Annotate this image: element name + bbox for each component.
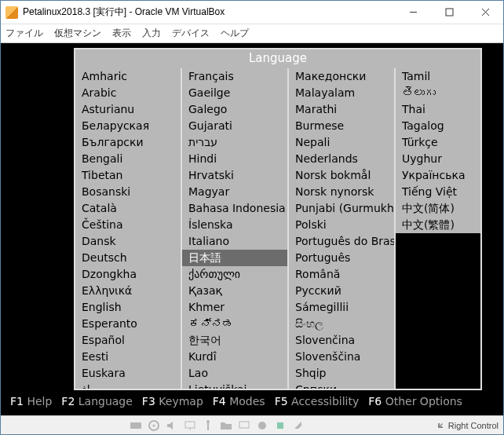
fkey-f6[interactable]: F6 Other Options [368, 395, 462, 411]
language-option[interactable]: Lao [182, 365, 287, 382]
language-option[interactable]: Italiano [182, 233, 287, 250]
language-option[interactable]: Tiếng Việt [396, 184, 480, 200]
language-option[interactable]: Nepali [289, 134, 394, 151]
language-option[interactable]: Norsk nynorsk [289, 184, 394, 200]
recording-icon [256, 419, 268, 432]
shared-folder-icon [220, 419, 232, 432]
language-option[interactable]: Hindi [182, 151, 287, 167]
language-option[interactable]: Arabic [75, 85, 181, 101]
language-option[interactable]: Български [75, 134, 181, 151]
language-option[interactable]: Català [75, 200, 181, 217]
language-option[interactable]: Tamil [396, 68, 480, 85]
fkey-f5[interactable]: F5 Accessibility [275, 395, 360, 411]
fkey-f1[interactable]: F1 Help [10, 395, 52, 411]
language-option[interactable]: Lietuviškai [182, 382, 287, 389]
language-option[interactable]: Tibetan [75, 167, 181, 184]
mouse-icon [292, 419, 305, 432]
usb-icon [202, 419, 214, 432]
language-option[interactable]: Galego [182, 101, 287, 118]
language-option[interactable]: ქართული [182, 266, 287, 283]
menu-input[interactable]: 入力 [142, 27, 161, 40]
language-option[interactable]: Uyghur [396, 151, 480, 167]
language-option[interactable]: Esperanto [75, 316, 181, 332]
language-option[interactable]: Burmese [289, 118, 394, 134]
language-option[interactable]: 日本語 [182, 250, 287, 266]
menu-file[interactable]: ファイル [5, 27, 43, 40]
language-option[interactable]: Bengali [75, 151, 181, 167]
vm-window: Petalinux2018.3 [実行中] - Oracle VM Virtua… [0, 0, 504, 435]
language-option[interactable]: Slovenčina [289, 332, 394, 349]
language-option[interactable]: Español [75, 332, 181, 349]
language-option[interactable]: Asturianu [75, 101, 181, 118]
menu-help[interactable]: ヘルプ [221, 27, 249, 40]
language-option[interactable]: ﻰﺳﺭﺎﻓ [75, 382, 181, 389]
fkey-f4[interactable]: F4 Modes [213, 395, 265, 411]
language-option[interactable]: Bosanski [75, 184, 181, 200]
language-option[interactable]: Marathi [289, 101, 394, 118]
language-option[interactable]: Malayalam [289, 85, 394, 101]
language-option[interactable]: Gujarati [182, 118, 287, 134]
fkey-f2[interactable]: F2 Language [61, 395, 133, 411]
language-option[interactable]: Русский [289, 283, 394, 299]
language-option[interactable]: Norsk bokmål [289, 167, 394, 184]
menu-view[interactable]: 表示 [112, 27, 131, 40]
language-option[interactable]: Српски [289, 382, 394, 389]
language-option[interactable]: עברית [182, 134, 287, 151]
language-option[interactable]: Euskara [75, 365, 181, 382]
cpu-icon [274, 419, 287, 432]
language-option[interactable]: Română [289, 266, 394, 283]
language-option[interactable]: Français [182, 68, 287, 85]
language-option[interactable]: తెలుగు [396, 85, 480, 101]
language-option[interactable]: Hrvatski [182, 167, 287, 184]
language-option[interactable]: Ελληνικά [75, 283, 181, 299]
language-option[interactable]: Қазақ [182, 283, 287, 299]
language-option[interactable]: Gaeilge [182, 85, 287, 101]
menu-devices[interactable]: デバイス [172, 27, 210, 40]
menubar: ファイル 仮想マシン 表示 入力 デバイス ヘルプ [1, 24, 503, 43]
language-option[interactable]: Bahasa Indonesia [182, 200, 287, 217]
language-option[interactable]: 中文(简体) [396, 200, 480, 217]
audio-icon [166, 419, 178, 432]
language-option[interactable]: Sámegillii [289, 299, 394, 316]
language-option[interactable]: Amharic [75, 68, 181, 85]
minimize-button[interactable] [395, 1, 431, 24]
language-option[interactable]: 한국어 [182, 332, 287, 349]
language-option[interactable]: Português [289, 250, 394, 266]
menu-machine[interactable]: 仮想マシン [54, 27, 101, 40]
svg-rect-11 [239, 422, 249, 428]
language-option[interactable]: Dansk [75, 233, 181, 250]
display-icon [238, 419, 250, 432]
language-option[interactable]: Polski [289, 217, 394, 233]
language-option[interactable]: Türkçe [396, 134, 480, 151]
language-option[interactable]: Khmer [182, 299, 287, 316]
fkey-f3[interactable]: F3 Keymap [142, 395, 203, 411]
language-option[interactable]: Tagalog [396, 118, 480, 134]
language-option[interactable]: Shqip [289, 365, 394, 382]
close-button[interactable] [467, 1, 503, 24]
language-option[interactable]: Thai [396, 101, 480, 118]
language-option[interactable]: Deutsch [75, 250, 181, 266]
language-option[interactable]: ಕನ್ನಡ [182, 316, 287, 332]
language-option[interactable]: Čeština [75, 217, 181, 233]
svg-rect-1 [446, 9, 453, 16]
language-option[interactable]: Беларуская [75, 118, 181, 134]
language-option[interactable]: සිංහල [289, 316, 394, 332]
language-option[interactable]: Punjabi (Gurmukhi) [289, 200, 394, 217]
language-option[interactable]: Português do Brasil [289, 233, 394, 250]
svg-rect-4 [130, 422, 141, 429]
language-option[interactable]: Українська [396, 167, 480, 184]
svg-point-12 [258, 422, 266, 430]
language-option[interactable]: Magyar [182, 184, 287, 200]
svg-rect-7 [185, 422, 195, 428]
language-option[interactable]: Dzongkha [75, 266, 181, 283]
maximize-button[interactable] [431, 1, 467, 24]
language-option[interactable]: Македонски [289, 68, 394, 85]
guest-display[interactable]: Language AmharicArabicAsturianuБеларуска… [1, 43, 503, 415]
language-option[interactable]: Eesti [75, 349, 181, 365]
language-option[interactable]: 中文(繁體) [396, 217, 480, 233]
language-option[interactable]: Íslenska [182, 217, 287, 233]
language-option[interactable]: Kurdî [182, 349, 287, 365]
language-option[interactable]: Nederlands [289, 151, 394, 167]
language-option[interactable]: Slovenščina [289, 349, 394, 365]
language-option[interactable]: English [75, 299, 181, 316]
